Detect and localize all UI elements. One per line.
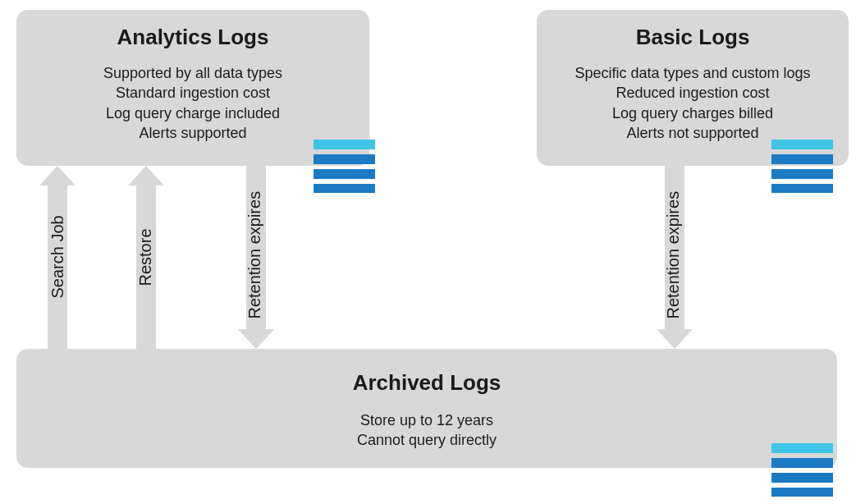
svg-rect-7 [771,184,833,193]
arrow-label-search-job: Search Job [48,217,67,299]
basic-line-0: Specific data types and custom logs [553,63,832,83]
arrow-label-retention-2: Retention expires [664,188,683,319]
archived-title: Archived Logs [33,370,821,396]
arrow-retention-2: Retention expires [657,166,693,349]
basic-title: Basic Logs [553,25,832,50]
svg-rect-6 [771,169,833,179]
archived-logs-box: Archived Logs Store up to 12 years Canno… [16,349,837,468]
analytics-line-3: Alerts supported [33,123,353,143]
svg-rect-11 [771,488,833,497]
analytics-line-2: Log query charge included [33,103,353,123]
svg-rect-10 [771,473,833,483]
arrow-label-retention-1: Retention expires [245,188,264,319]
svg-rect-5 [771,154,833,164]
svg-rect-8 [771,443,833,453]
svg-rect-3 [314,184,375,193]
archived-line-1: Cannot query directly [33,430,821,450]
analytics-line-1: Standard ingestion cost [33,83,353,103]
archived-line-0: Store up to 12 years [33,410,821,430]
svg-rect-1 [314,154,375,164]
table-icon [314,140,375,193]
arrow-search-job: Search Job [39,166,76,349]
svg-rect-0 [314,140,375,149]
svg-rect-4 [771,140,833,149]
analytics-line-0: Supported by all data types [33,63,353,83]
arrow-restore: Restore [128,166,164,349]
svg-rect-2 [314,169,375,179]
analytics-title: Analytics Logs [33,25,353,50]
table-icon [771,443,833,497]
table-icon [771,140,833,193]
basic-line-2: Log query charges billed [553,103,832,123]
arrow-label-restore: Restore [136,229,155,286]
basic-line-1: Reduced ingestion cost [553,83,832,103]
svg-rect-9 [771,458,833,468]
arrow-retention-1: Retention expires [238,166,274,349]
